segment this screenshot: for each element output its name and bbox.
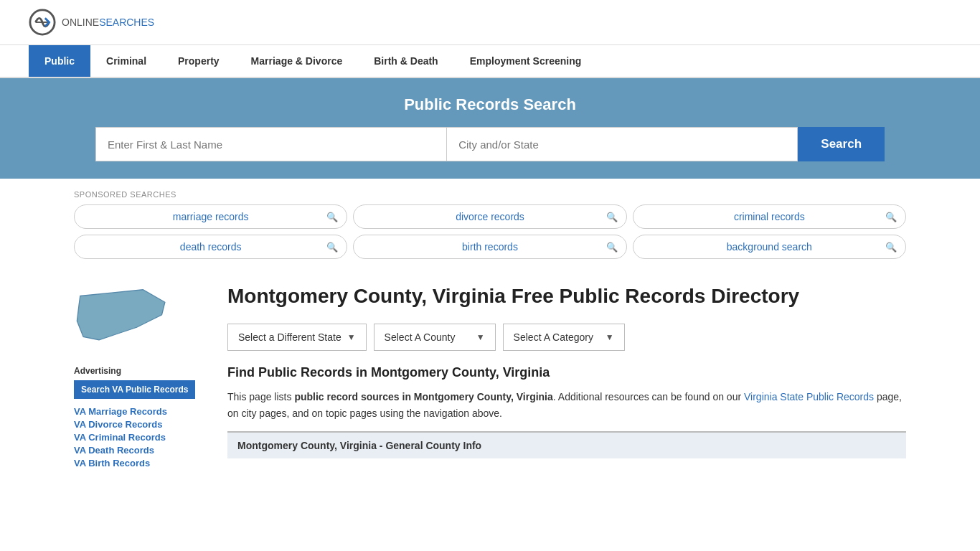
search-icon-0: 🔍 — [326, 212, 338, 222]
location-input[interactable] — [446, 127, 798, 161]
nav-item-property[interactable]: Property — [162, 45, 235, 77]
find-records-title: Find Public Records in Montgomery County… — [227, 365, 906, 380]
sponsored-item-5[interactable]: background search 🔍 — [633, 235, 906, 259]
svg-marker-2 — [77, 290, 165, 340]
sidebar: Advertising Search VA Public Records VA … — [74, 283, 210, 468]
sponsored-item-3[interactable]: death records 🔍 — [74, 235, 347, 259]
sidebar-link-1[interactable]: VA Divorce Records — [74, 419, 210, 430]
category-dropdown[interactable]: Select A Category ▼ — [503, 324, 625, 351]
main-right: Montgomery County, Virginia Free Public … — [227, 283, 906, 468]
nav-item-criminal[interactable]: Criminal — [90, 45, 162, 77]
logo-searches-text: SEARCHES — [99, 17, 154, 28]
search-banner-title: Public Records Search — [74, 95, 906, 114]
search-va-button[interactable]: Search VA Public Records — [74, 380, 195, 399]
search-icon-5: 🔍 — [885, 242, 897, 253]
chevron-down-icon-category: ▼ — [606, 332, 614, 342]
page-body: Advertising Search VA Public Records VA … — [74, 269, 906, 483]
sponsored-item-4[interactable]: birth records 🔍 — [353, 235, 626, 259]
chevron-down-icon-state: ▼ — [347, 332, 356, 342]
search-form: Search — [95, 127, 885, 161]
logo[interactable]: ONLINESEARCHES — [29, 9, 154, 36]
logo-icon — [29, 9, 56, 36]
sponsored-text-0: marriage records — [173, 211, 249, 222]
find-records-text: This page lists public record sources in… — [227, 389, 906, 421]
main-nav: Public Criminal Property Marriage & Divo… — [0, 45, 980, 78]
sponsored-label: SPONSORED SEARCHES — [74, 190, 906, 199]
sponsored-section: SPONSORED SEARCHES marriage records 🔍 di… — [74, 179, 906, 269]
header: ONLINESEARCHES — [0, 0, 980, 45]
chevron-down-icon-county: ▼ — [476, 332, 485, 342]
find-text-before: This page lists — [227, 391, 294, 402]
nav-item-public[interactable]: Public — [29, 45, 90, 77]
sponsored-text-2: criminal records — [734, 211, 805, 222]
general-info-bar: Montgomery County, Virginia - General Co… — [227, 431, 906, 458]
nav-item-employment[interactable]: Employment Screening — [454, 45, 598, 77]
virginia-state-records-link[interactable]: Virginia State Public Records — [744, 391, 874, 402]
sidebar-link-0[interactable]: VA Marriage Records — [74, 406, 210, 417]
nav-item-marriage-divorce[interactable]: Marriage & Divorce — [235, 45, 359, 77]
virginia-map-icon — [74, 283, 174, 352]
sponsored-text-1: divorce records — [456, 211, 524, 222]
search-icon-4: 🔍 — [606, 242, 618, 253]
sidebar-link-4[interactable]: VA Birth Records — [74, 458, 210, 468]
search-icon-3: 🔍 — [326, 242, 338, 253]
county-dropdown-label: Select A County — [385, 331, 456, 343]
search-button[interactable]: Search — [798, 127, 885, 161]
sidebar-link-2[interactable]: VA Criminal Records — [74, 432, 210, 443]
sponsored-text-3: death records — [180, 241, 242, 253]
advertising-label: Advertising — [74, 366, 210, 376]
search-banner: Public Records Search Search — [0, 78, 980, 179]
page-title: Montgomery County, Virginia Free Public … — [227, 283, 906, 309]
sponsored-text-4: birth records — [462, 241, 518, 253]
dropdowns-row: Select a Different State ▼ Select A Coun… — [227, 324, 906, 351]
sponsored-item-1[interactable]: divorce records 🔍 — [353, 204, 626, 229]
sidebar-links: VA Marriage Records VA Divorce Records V… — [74, 406, 210, 468]
search-icon-2: 🔍 — [885, 212, 897, 222]
state-dropdown-label: Select a Different State — [238, 331, 341, 343]
nav-item-birth-death[interactable]: Birth & Death — [358, 45, 453, 77]
name-input[interactable] — [95, 127, 446, 161]
logo-text: ONLINESEARCHES — [62, 17, 154, 28]
sponsored-item-0[interactable]: marriage records 🔍 — [74, 204, 347, 229]
county-dropdown[interactable]: Select A County ▼ — [374, 324, 496, 351]
sidebar-link-3[interactable]: VA Death Records — [74, 445, 210, 456]
search-icon-1: 🔍 — [606, 212, 618, 222]
sponsored-grid: marriage records 🔍 divorce records 🔍 cri… — [74, 204, 906, 259]
sponsored-item-2[interactable]: criminal records 🔍 — [633, 204, 906, 229]
find-text-bold: public record sources in Montgomery Coun… — [294, 391, 552, 402]
sponsored-text-5: background search — [727, 241, 812, 253]
logo-online-text: ONLINE — [62, 17, 99, 28]
find-text-mid: . Additional resources can be found on o… — [553, 391, 744, 402]
state-dropdown[interactable]: Select a Different State ▼ — [227, 324, 367, 351]
category-dropdown-label: Select A Category — [514, 331, 593, 343]
